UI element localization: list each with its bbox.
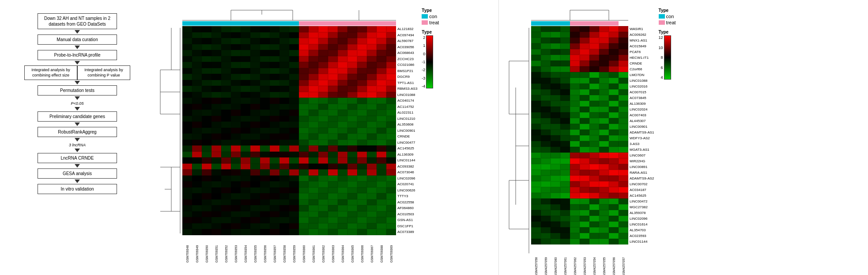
heatmap-cell-b xyxy=(202,140,211,146)
gene-label-c: AL354703 xyxy=(630,227,654,233)
heatmap-cell-b xyxy=(182,50,192,56)
sample-label-c: GSM4257059 xyxy=(541,245,551,275)
heatmap-cell-b xyxy=(309,32,318,38)
heatmap-cell-b xyxy=(279,116,289,122)
heatmap-cell-c xyxy=(531,210,541,216)
heatmap-cell-b xyxy=(260,152,270,158)
heatmap-cell-b xyxy=(192,134,202,140)
heatmap-cell-b xyxy=(270,193,279,199)
heatmap-cell-c xyxy=(599,216,609,222)
heatmap-cell-c xyxy=(619,107,628,112)
sample-label-b: GSM709363 xyxy=(328,236,338,263)
heatmap-cell-b xyxy=(260,62,270,68)
heatmap-cell-b xyxy=(270,110,279,116)
heatmap-cell-b xyxy=(347,80,357,86)
heatmap-cell-b xyxy=(221,110,231,116)
heatmap-cell-b xyxy=(231,74,241,80)
heatmap-cell-c xyxy=(580,26,589,32)
heatmap-cell-c xyxy=(599,107,609,112)
heatmap-cell-b xyxy=(221,56,231,62)
heatmap-cell-c xyxy=(570,239,580,244)
heatmap-cell-b xyxy=(270,205,279,211)
heatmap-cell-b xyxy=(270,86,279,92)
heatmap-cell-b xyxy=(241,68,250,74)
heatmap-cell-b xyxy=(202,62,211,68)
heatmap-cell-c xyxy=(531,181,541,187)
heatmap-row-b xyxy=(182,104,396,110)
heatmap-cell-b xyxy=(279,80,289,86)
type-bar-cell-b xyxy=(279,21,289,26)
heatmap-cell-c xyxy=(580,147,589,153)
heatmap-cell-b xyxy=(192,229,202,235)
heatmap-cell-c xyxy=(570,55,580,61)
heatmap-cell-b xyxy=(221,98,231,104)
legend-con-color-b xyxy=(422,14,428,19)
heatmap-cell-c xyxy=(551,89,560,95)
heatmap-cell-b xyxy=(318,157,328,164)
heatmap-cell-b xyxy=(260,157,270,164)
heatmap-cell-b xyxy=(386,122,396,128)
arrow-2 xyxy=(75,46,80,49)
heatmap-cell-b xyxy=(309,229,318,235)
heatmap-cell-b xyxy=(192,217,202,223)
heatmap-cell-c xyxy=(589,222,599,227)
heatmap-cell-b xyxy=(211,92,221,98)
heatmap-cell-b xyxy=(299,98,309,104)
heatmap-cell-b xyxy=(299,199,309,206)
heatmap-cell-b xyxy=(386,98,396,104)
type-bar-cell-b xyxy=(386,21,396,26)
heatmap-row-b xyxy=(182,193,396,199)
gene-label-c: AC007403 xyxy=(630,112,654,118)
heatmap-cell-b xyxy=(309,92,318,98)
heatmap-cell-b xyxy=(377,56,386,62)
heatmap-cell-b xyxy=(221,152,231,158)
heatmap-cell-c xyxy=(589,118,599,124)
heatmap-cell-b xyxy=(250,217,260,223)
heatmap-cell-b xyxy=(289,122,299,128)
heatmap-cell-b xyxy=(279,187,289,194)
heatmap-cell-b xyxy=(318,104,328,110)
heatmap-cell-b xyxy=(221,169,231,176)
heatmap-cell-b xyxy=(309,223,318,229)
heatmap-cell-b xyxy=(241,62,250,68)
heatmap-cell-b xyxy=(211,181,221,187)
heatmap-cell-b xyxy=(211,44,221,50)
gene-label-c: LINC00901 xyxy=(630,124,654,130)
heatmap-cell-b xyxy=(328,98,338,104)
heatmap-cell-b xyxy=(386,44,396,50)
heatmap-cell-b xyxy=(279,86,289,92)
heatmap-cell-b xyxy=(211,187,221,194)
heatmap-cell-b xyxy=(309,157,318,164)
gene-label-c: LINC01144 xyxy=(630,239,654,244)
heatmap-cell-b xyxy=(211,116,221,122)
heatmap-cell-b xyxy=(328,122,338,128)
heatmap-cell-b xyxy=(221,134,231,140)
heatmap-cell-b xyxy=(386,38,396,44)
gene-label-c: LINC00891 xyxy=(630,164,654,170)
heatmap-cell-c xyxy=(541,26,551,32)
heatmap-cell-b xyxy=(318,145,328,152)
heatmap-cell-c xyxy=(541,158,551,164)
heatmap-cell-b xyxy=(367,140,377,146)
heatmap-cell-c xyxy=(580,210,589,216)
heatmap-row-b xyxy=(182,56,396,62)
heatmap-cell-b xyxy=(299,187,309,194)
heatmap-cell-b xyxy=(367,181,377,187)
heatmap-cell-b xyxy=(318,44,328,50)
heatmap-cell-c xyxy=(531,141,541,147)
heatmap-cell-b xyxy=(367,56,377,62)
heatmap-cell-b xyxy=(377,134,386,140)
heatmap-cell-b xyxy=(231,223,241,229)
heatmap-cell-c xyxy=(580,84,589,89)
heatmap-cell-b xyxy=(260,193,270,199)
heatmap-cell-b xyxy=(270,80,279,86)
gene-label-b: GSN-AS1 xyxy=(397,217,417,223)
heatmap-cell-c xyxy=(560,112,570,118)
heatmap-cell-b xyxy=(250,122,260,128)
gene-label-b: AL121832 xyxy=(397,26,417,32)
heatmap-cell-b xyxy=(328,68,338,74)
heatmap-cell-c xyxy=(570,210,580,216)
heatmap-cell-c xyxy=(589,227,599,233)
heatmap-cell-c xyxy=(570,158,580,164)
heatmap-cell-c xyxy=(531,61,541,66)
